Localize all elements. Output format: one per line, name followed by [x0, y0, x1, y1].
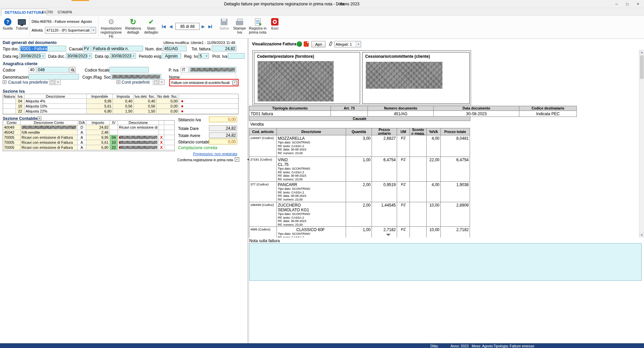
codice-tipo-input[interactable]: 40 — [29, 67, 36, 73]
conti-delete-button[interactable]: × — [159, 79, 165, 85]
denominazione-input[interactable] — [29, 74, 79, 80]
scroll-up-icon[interactable]: ▲ — [639, 50, 644, 55]
prot-iva-input[interactable] — [228, 53, 245, 59]
contabile-row: 70005 Ricavi con emissione di Fattura A … — [3, 145, 174, 150]
totale-dare-value: 24,82 — [209, 125, 237, 131]
chevron-down-icon[interactable]: ▼ — [205, 55, 208, 57]
chevron-down-icon[interactable]: ▼ — [356, 41, 361, 47]
expand-conti-icon[interactable]: + — [117, 80, 120, 84]
data-doc-input[interactable]: 30/08/2023▼ — [66, 53, 92, 59]
chevron-down-icon[interactable]: ▼ — [88, 55, 91, 57]
data-op-label: Data op. — [95, 54, 110, 59]
impostazioni-fe-button[interactable]: ⚙ Impostazioni registrazione FE — [100, 17, 122, 38]
iva-row: 22 Aliquota 22% 6,80 1,50 1,50 0,00 — [3, 109, 238, 114]
tipo-doc-input[interactable]: TD01 - Fattura — [19, 46, 66, 51]
nav-next-button[interactable]: ▶ — [202, 24, 205, 30]
guida-button[interactable]: ? Guida — [1, 17, 14, 30]
sbilancio-contabilita-label: Sbilancio contabilità — [178, 140, 214, 144]
document-detail-panel: Dati generali del documento Ultima modif… — [0, 39, 247, 343]
item-name: CL.75 — [278, 162, 289, 167]
causali-copy-button[interactable] — [49, 79, 55, 85]
item-name: VINO — [278, 158, 288, 162]
p-iva-input[interactable] — [189, 67, 236, 73]
monitor-icon — [18, 19, 26, 25]
minimize-icon[interactable]: – — [611, 0, 622, 8]
nav-first-button[interactable]: ◀ — [162, 24, 166, 30]
causali-delete-button[interactable]: × — [55, 79, 61, 85]
scroll-down-icon[interactable]: ▼ — [639, 232, 644, 237]
data-reg-label: Data reg. — [3, 54, 19, 59]
prev-record-icon: ◀ — [169, 24, 172, 29]
nav-last-button[interactable]: ▶ — [208, 24, 212, 30]
delete-row-button[interactable]: X — [159, 135, 164, 140]
conti-copy-button[interactable] — [153, 79, 159, 85]
conferma-checkbox[interactable]: ✓ — [235, 157, 239, 162]
printer-icon — [236, 21, 243, 25]
xml-view-icon[interactable] — [297, 41, 302, 47]
delete-row-button[interactable]: X — [159, 140, 164, 145]
maximize-icon[interactable]: □ — [622, 0, 633, 8]
stampe-iva-button[interactable]: Stampe Iva — [232, 17, 247, 34]
reg-iva-select[interactable]: 5▼ — [198, 53, 209, 59]
allegati-select[interactable]: Allegati: 1 ▼ — [334, 41, 361, 47]
paperclip-icon — [329, 41, 333, 46]
item-code: 377 (Codice) — [249, 182, 277, 202]
redacted-conto-desc — [22, 126, 76, 129]
close-icon[interactable]: × — [633, 0, 643, 8]
num-doc-input[interactable]: 451/AG — [163, 46, 186, 51]
tot-fattura-input[interactable]: 24,82 — [212, 46, 237, 51]
tab-filtri[interactable]: FILTRI — [39, 9, 56, 15]
redacted-p-iva — [190, 68, 235, 72]
periodo-esig-input[interactable]: Agosto — [162, 53, 181, 59]
data-op-input[interactable]: 30/08/2023▼ — [110, 53, 136, 59]
attivita-select[interactable]: 471120 - (P) Supermercati (F ▼ — [45, 27, 96, 34]
sbilancio-iva-label: Sbilancio Iva — [178, 118, 201, 122]
scontrini-fiscali-checkbox[interactable]: ✓ — [232, 81, 237, 85]
delete-row-button[interactable]: X — [159, 145, 164, 150]
doc-art73 — [331, 111, 368, 117]
row-marker-dot — [119, 142, 120, 143]
status-tipologia: Tipologia: Fatture emesse — [493, 344, 534, 348]
apri-button[interactable]: Apri — [311, 41, 326, 47]
tutorial-button[interactable]: Tutorial — [15, 17, 29, 30]
page-icon — [155, 81, 157, 84]
codice-input[interactable]: 049 — [37, 67, 69, 73]
item-name: SEMOLATO KG1 — [278, 208, 309, 212]
expand-contabile-icon[interactable]: + — [38, 117, 41, 120]
item-name: PANCARR — [278, 182, 297, 187]
registra-prima-nota-button[interactable]: Registra in prima nota — [248, 17, 267, 34]
scrollbar-thumb[interactable] — [640, 55, 644, 79]
record-position-input[interactable]: 85 di 88 — [175, 23, 200, 30]
invoice-scrollbar[interactable]: ▲ ▼ — [639, 50, 644, 237]
progressivo-link[interactable]: Progressivo: non registrata — [178, 151, 237, 156]
row-marker-dot — [119, 147, 120, 148]
data-reg-input[interactable]: 30/08/2023▼ — [19, 53, 45, 59]
nav-prev-button[interactable]: ◀ — [169, 24, 172, 30]
rielabora-button[interactable]: ↻ Rielabora dettagli — [124, 17, 142, 34]
esci-button[interactable]: Esci — [269, 17, 280, 30]
stato-dettaglio-button[interactable]: ✔ Stato dettaglio — [143, 17, 159, 34]
p-iva-prefix-input[interactable]: IT — [180, 67, 188, 73]
expand-invoice-chevron[interactable] — [386, 234, 391, 236]
doc-destinatario: Indicata PEC — [519, 111, 576, 117]
expand-causali-icon[interactable]: + — [3, 80, 6, 84]
salva-button[interactable]: Salva — [218, 17, 230, 30]
causale-code-input[interactable]: FV — [83, 46, 91, 51]
cessionario-title: Cessionario/committente (cliente) — [365, 54, 430, 59]
chevron-down-icon[interactable]: ▼ — [132, 55, 135, 57]
cognome-input[interactable] — [111, 74, 161, 80]
redacted-cessionario-data — [366, 62, 442, 89]
tab-bar: DETTAGLIO FATTURA FILTRI STAMPA — [0, 8, 644, 15]
chevron-down-icon[interactable]: ▼ — [41, 55, 44, 57]
nota-textarea[interactable] — [249, 243, 642, 281]
p-iva-label: P. Iva — [169, 68, 178, 73]
iva-row: 04 Aliquota 4% 9,95 0,40 0,40 0,00 — [3, 99, 238, 104]
pdf-view-icon[interactable] — [304, 41, 309, 47]
tab-stampa[interactable]: STAMPA — [54, 9, 75, 15]
row-marker-dot — [181, 100, 183, 102]
search-button[interactable] — [70, 67, 76, 73]
data-doc-label: Data doc. — [48, 54, 65, 59]
chevron-down-icon[interactable]: ▼ — [91, 27, 96, 33]
codice-fiscale-input[interactable] — [109, 67, 149, 73]
causale-desc-input[interactable]: Fattura di vendita n. — [92, 46, 143, 51]
